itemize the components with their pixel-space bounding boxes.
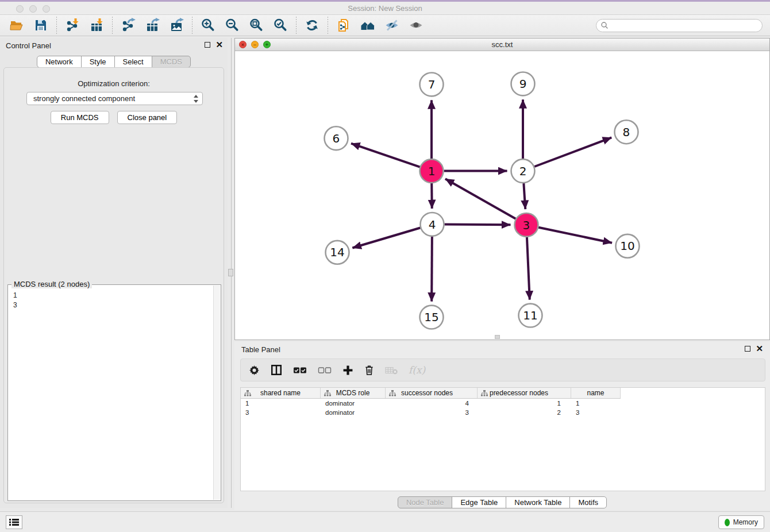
table-cell[interactable]: 1: [571, 400, 621, 407]
dropdown-stepper-icon: [192, 94, 199, 103]
toolbar-separator: [192, 17, 192, 34]
column-header-name[interactable]: name: [571, 388, 621, 398]
graph-node-1[interactable]: 1: [420, 159, 444, 183]
window-title: Session: New Session: [0, 4, 770, 13]
tab-network[interactable]: Network: [37, 56, 82, 68]
open-folder-icon[interactable]: [9, 17, 25, 33]
graph-edge-4-14[interactable]: [352, 228, 420, 248]
table-cell[interactable]: dominator: [321, 409, 386, 416]
list-icon: [9, 518, 19, 526]
plus-icon[interactable]: [342, 363, 353, 377]
zoom-in-icon[interactable]: [200, 17, 216, 33]
table-tabs: Node TableEdge TableNetwork TableMotifs: [234, 496, 770, 508]
graph-edge-2-8[interactable]: [534, 137, 611, 167]
search-container: [596, 19, 763, 32]
tab-motifs[interactable]: Motifs: [569, 496, 607, 508]
result-scrollbar[interactable]: [213, 286, 220, 500]
graph-edge-3-1[interactable]: [445, 179, 515, 219]
eye-slash-icon[interactable]: [384, 17, 400, 33]
memory-button[interactable]: Memory: [718, 515, 764, 529]
zoom-fit-icon[interactable]: [248, 17, 264, 33]
column-header-predecessor-nodes[interactable]: predecessor nodes: [478, 388, 571, 398]
close-panel-button[interactable]: Close panel: [117, 111, 178, 124]
checked-boxes-icon[interactable]: [293, 363, 307, 377]
import-network-icon[interactable]: [64, 17, 80, 33]
table-cell[interactable]: 3: [241, 409, 321, 416]
svg-text:10: 10: [620, 240, 634, 253]
graph-edge-3-10[interactable]: [538, 228, 612, 243]
export-image-icon[interactable]: [168, 17, 184, 33]
status-bar: Memory: [0, 511, 770, 532]
graph-node-11[interactable]: 11: [519, 304, 542, 327]
export-table-icon[interactable]: [144, 17, 160, 33]
export-network-icon[interactable]: [120, 17, 136, 33]
trash-icon[interactable]: [364, 363, 374, 377]
mcds-result-box: MCDS result (2 nodes) 1 3: [7, 284, 221, 501]
optimization-dropdown[interactable]: strongly connected component: [26, 92, 203, 105]
graph-node-7[interactable]: 7: [420, 72, 444, 96]
table-cell[interactable]: 3: [571, 409, 621, 416]
houses-icon[interactable]: [360, 17, 376, 33]
run-mcds-button[interactable]: Run MCDS: [51, 111, 109, 124]
graph-edge-4-3[interactable]: [444, 225, 510, 225]
column-header-shared-name[interactable]: shared name: [241, 388, 321, 398]
network-window-titlebar[interactable]: × − + scc.txt: [235, 38, 769, 51]
graph-edge-2-3[interactable]: [523, 183, 525, 209]
save-floppy-icon[interactable]: [33, 17, 49, 33]
zoom-selected-icon[interactable]: [272, 17, 288, 33]
table-cell[interactable]: dominator: [321, 400, 386, 407]
graph-edge-3-11[interactable]: [527, 237, 530, 300]
graph-edge-1-6[interactable]: [351, 144, 420, 167]
table-cell[interactable]: 3: [386, 409, 478, 416]
tab-node-table[interactable]: Node Table: [398, 496, 453, 508]
toolbar-separator: [296, 17, 297, 34]
graph-node-9[interactable]: 9: [511, 72, 535, 95]
tab-edge-table[interactable]: Edge Table: [452, 496, 506, 508]
search-input[interactable]: [596, 19, 763, 32]
eye-icon[interactable]: [408, 17, 424, 33]
table-cell[interactable]: 1: [241, 400, 321, 407]
graph-node-8[interactable]: 8: [615, 120, 638, 144]
window-titlebar: Session: New Session: [0, 0, 770, 15]
mcds-result-text[interactable]: 1 3: [9, 286, 213, 500]
toolbar-separator: [56, 17, 57, 34]
tab-select[interactable]: Select: [114, 56, 152, 68]
column-header-MCDS-role[interactable]: MCDS role: [321, 388, 386, 398]
table-cell[interactable]: 4: [386, 400, 478, 407]
graph-node-4[interactable]: 4: [421, 213, 444, 236]
refresh-cycle-icon[interactable]: [304, 17, 320, 33]
table-cell[interactable]: 1: [478, 400, 571, 407]
close-panel-icon[interactable]: ✕: [215, 41, 223, 48]
graph-node-10[interactable]: 10: [616, 234, 640, 258]
graph-node-6[interactable]: 6: [325, 126, 348, 150]
gear-icon[interactable]: [249, 363, 260, 377]
svg-text:9: 9: [519, 77, 527, 91]
splitter-grip[interactable]: [228, 269, 233, 276]
canvas-scroll-thumb[interactable]: [495, 335, 500, 339]
float-panel-icon[interactable]: [205, 42, 210, 48]
float-table-panel-icon[interactable]: [745, 346, 750, 352]
import-table-icon[interactable]: [88, 17, 105, 33]
close-table-panel-icon[interactable]: ✕: [756, 345, 763, 352]
tab-mcds[interactable]: MCDS: [152, 56, 191, 68]
graph-node-14[interactable]: 14: [326, 241, 349, 264]
task-history-button[interactable]: [6, 515, 22, 529]
columns-icon[interactable]: [271, 363, 282, 377]
graph-edge-4-15[interactable]: [432, 237, 432, 302]
unchecked-boxes-icon[interactable]: [318, 363, 332, 377]
table-cell[interactable]: 2: [478, 409, 571, 416]
table-row[interactable]: 1dominator411: [241, 399, 621, 408]
tab-network-table[interactable]: Network Table: [506, 496, 570, 508]
tab-style[interactable]: Style: [81, 56, 115, 68]
table-row[interactable]: 3dominator323: [241, 408, 621, 417]
graph-node-15[interactable]: 15: [420, 306, 444, 329]
graph-node-3[interactable]: 3: [515, 213, 538, 237]
node-table: shared nameMCDS rolesuccessor nodesprede…: [240, 387, 765, 491]
graph-node-2[interactable]: 2: [511, 159, 535, 183]
network-canvas[interactable]: 1234678910111415: [235, 51, 769, 340]
column-header-successor-nodes[interactable]: successor nodes: [386, 388, 478, 398]
document-share-icon[interactable]: [336, 17, 352, 33]
panel-splitter[interactable]: [228, 38, 234, 508]
zoom-out-icon[interactable]: [224, 17, 240, 33]
svg-text:7: 7: [428, 78, 436, 91]
